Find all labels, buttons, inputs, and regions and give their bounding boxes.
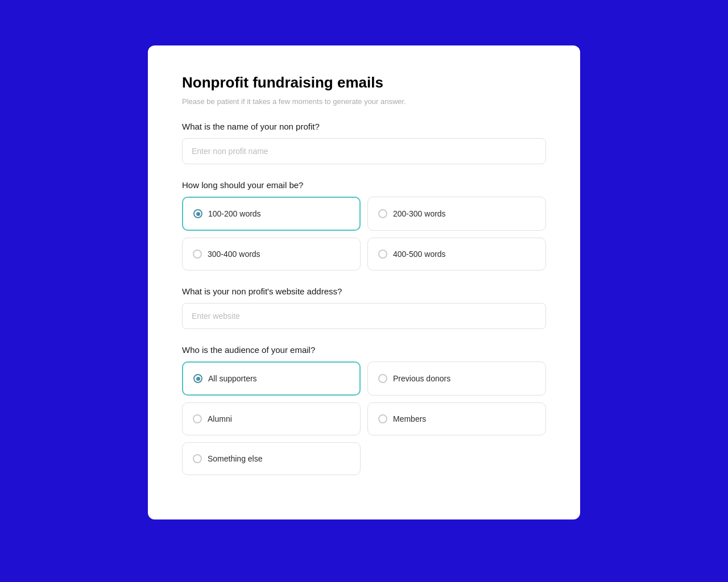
email-length-label: How long should your email be?	[182, 180, 546, 190]
website-label: What is your non profit's website addres…	[182, 286, 546, 296]
audience-options: All supporters Previous donors Alumni Me…	[182, 361, 546, 435]
radio-100-200	[193, 209, 202, 218]
radio-something-else	[193, 454, 202, 463]
audience-label: Who is the audience of your email?	[182, 345, 546, 355]
option-400-500[interactable]: 400-500 words	[367, 238, 546, 271]
email-length-section: How long should your email be? 100-200 w…	[182, 180, 546, 271]
option-all-supporters[interactable]: All supporters	[182, 361, 361, 396]
form-subtitle: Please be patient if it takes a few mome…	[182, 97, 546, 106]
website-input[interactable]	[182, 303, 546, 329]
form-card: Nonprofit fundraising emails Please be p…	[148, 45, 580, 519]
option-300-400-label: 300-400 words	[208, 250, 260, 259]
option-100-200-label: 100-200 words	[208, 209, 261, 218]
option-400-500-label: 400-500 words	[393, 250, 446, 259]
radio-alumni	[193, 414, 202, 423]
option-200-300[interactable]: 200-300 words	[367, 197, 546, 231]
nonprofit-name-section: What is the name of your non profit?	[182, 122, 546, 164]
audience-extra-options: Something else	[182, 442, 546, 475]
option-300-400[interactable]: 300-400 words	[182, 238, 361, 271]
radio-members	[378, 414, 387, 423]
option-100-200[interactable]: 100-200 words	[182, 197, 361, 231]
email-length-options: 100-200 words 200-300 words 300-400 word…	[182, 197, 546, 271]
option-previous-donors-label: Previous donors	[393, 374, 450, 383]
option-members-label: Members	[393, 414, 426, 423]
radio-200-300	[378, 209, 387, 218]
option-alumni[interactable]: Alumni	[182, 402, 361, 435]
nonprofit-name-input[interactable]	[182, 138, 546, 164]
website-section: What is your non profit's website addres…	[182, 286, 546, 329]
option-200-300-label: 200-300 words	[393, 209, 446, 218]
form-title: Nonprofit fundraising emails	[182, 74, 546, 92]
radio-all-supporters	[193, 374, 202, 383]
nonprofit-name-label: What is the name of your non profit?	[182, 122, 546, 131]
option-members[interactable]: Members	[367, 402, 546, 435]
option-previous-donors[interactable]: Previous donors	[367, 361, 546, 396]
radio-300-400	[193, 250, 202, 259]
audience-section: Who is the audience of your email? All s…	[182, 345, 546, 475]
option-all-supporters-label: All supporters	[208, 374, 257, 383]
option-something-else-label: Something else	[208, 454, 263, 463]
radio-400-500	[378, 250, 387, 259]
option-something-else[interactable]: Something else	[182, 442, 361, 475]
radio-previous-donors	[378, 374, 387, 383]
option-alumni-label: Alumni	[208, 414, 232, 423]
